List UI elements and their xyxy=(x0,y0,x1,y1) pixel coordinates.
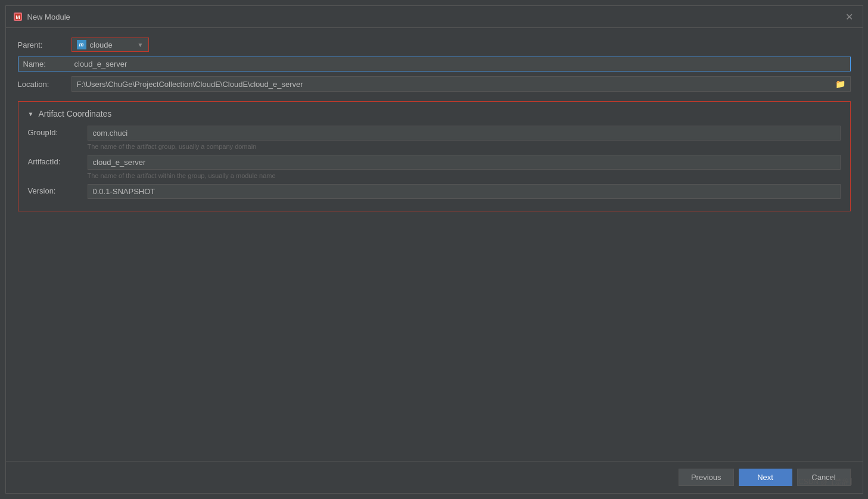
close-button[interactable]: ✕ xyxy=(844,11,855,23)
dialog-content: Parent: m cloude ▼ Name: Location: F:\Us… xyxy=(6,28,863,461)
new-module-dialog: M New Module ✕ Parent: m cloude ▼ Name: … xyxy=(5,5,863,494)
parent-row: Parent: m cloude ▼ xyxy=(18,38,851,52)
name-label: Name: xyxy=(18,57,72,71)
title-bar: M New Module ✕ xyxy=(6,6,863,28)
version-input[interactable] xyxy=(88,184,841,199)
parent-value: cloude xyxy=(90,40,133,49)
version-label: Version: xyxy=(28,184,88,195)
next-button[interactable]: Next xyxy=(739,469,792,486)
location-value: F:\Users\ChuGe\ProjectCollection\CloudE\… xyxy=(77,80,303,89)
location-label: Location: xyxy=(18,80,71,89)
name-input[interactable] xyxy=(72,57,850,71)
artifact-section-title: Artifact Coordinates xyxy=(38,109,111,118)
groupid-hint: The name of the artifact group, usually … xyxy=(28,143,841,150)
maven-icon: m xyxy=(77,40,86,49)
artifactid-hint: The name of the artifact within the grou… xyxy=(28,172,841,179)
parent-dropdown[interactable]: m cloude ▼ xyxy=(71,38,149,52)
location-row: Location: F:\Users\ChuGe\ProjectCollecti… xyxy=(18,76,851,92)
parent-label: Parent: xyxy=(18,40,71,49)
dialog-footer: Previous Next Cancel xyxy=(6,461,863,493)
groupid-input[interactable] xyxy=(88,126,841,141)
artifactid-input-wrap xyxy=(88,155,841,170)
name-row: Name: xyxy=(18,57,851,71)
previous-button[interactable]: Previous xyxy=(679,469,734,486)
chevron-down-icon: ▼ xyxy=(138,42,144,48)
groupid-input-wrap xyxy=(88,126,841,141)
version-input-wrap xyxy=(88,184,841,199)
artifact-header[interactable]: ▼ Artifact Coordinates xyxy=(28,109,841,118)
collapse-arrow-icon: ▼ xyxy=(28,111,34,117)
svg-text:M: M xyxy=(15,14,20,20)
artifactid-input[interactable] xyxy=(88,155,841,170)
version-row: Version: xyxy=(28,184,841,199)
watermark: CSDN @【楚辞】 xyxy=(798,477,857,487)
folder-icon[interactable]: 📁 xyxy=(835,79,845,89)
groupid-row: GroupId: xyxy=(28,126,841,141)
dialog-title: New Module xyxy=(27,13,844,21)
artifact-section: ▼ Artifact Coordinates GroupId: The name… xyxy=(18,101,851,211)
artifactid-row: ArtifactId: xyxy=(28,155,841,170)
location-field: F:\Users\ChuGe\ProjectCollection\CloudE\… xyxy=(71,76,851,92)
dialog-icon: M xyxy=(13,12,23,21)
artifactid-label: ArtifactId: xyxy=(28,155,88,166)
groupid-label: GroupId: xyxy=(28,126,88,137)
